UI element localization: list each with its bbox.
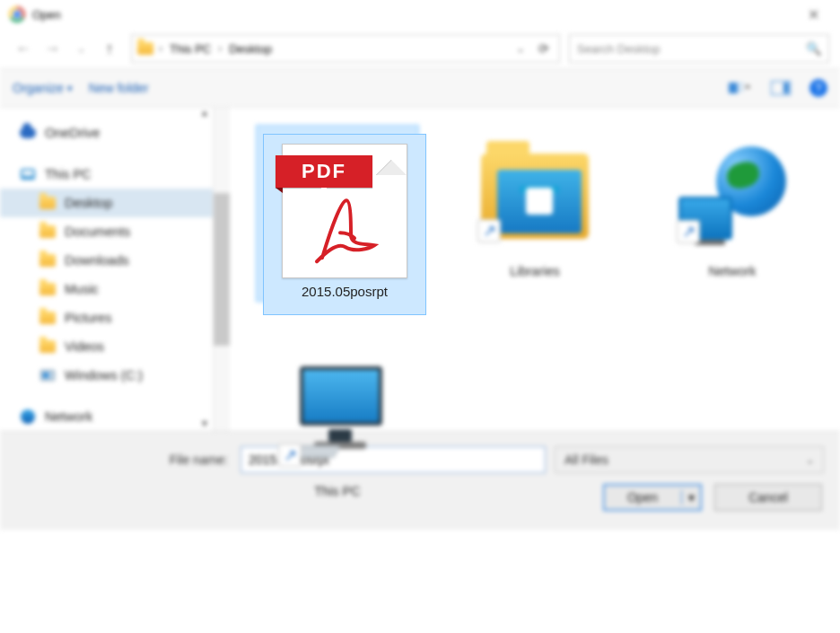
breadcrumb-folder-icon <box>137 40 153 57</box>
titlebar: Open ✕ <box>0 0 840 29</box>
folder-icon <box>39 310 56 326</box>
disk-icon <box>39 367 56 383</box>
folder-icon <box>39 195 56 211</box>
search-icon: 🔍 <box>806 41 821 56</box>
shortcut-arrow-icon: ↗ <box>477 219 501 242</box>
cancel-button[interactable]: Cancel <box>714 484 822 511</box>
thispc-large-icon: ↗ <box>284 353 391 479</box>
scrollbar-thumb[interactable] <box>214 193 230 346</box>
folder-icon <box>39 281 56 297</box>
search-input[interactable]: Search Desktop 🔍 <box>569 34 829 63</box>
svg-rect-4 <box>783 83 789 93</box>
organize-label: Organize <box>13 81 64 95</box>
folder-icon <box>39 252 56 268</box>
organize-menu[interactable]: Organize ▾ <box>13 81 73 95</box>
svg-rect-2 <box>739 88 743 92</box>
filetype-value: All Files <box>564 453 608 467</box>
scroll-up-icon[interactable]: ▲ <box>198 108 211 120</box>
help-icon[interactable]: ? <box>809 79 827 97</box>
sidebar-item-label: Network <box>45 409 92 424</box>
sidebar-item-label: Windows (C:) <box>65 368 143 382</box>
svg-rect-1 <box>739 83 743 86</box>
sidebar-splitter[interactable] <box>214 108 230 431</box>
preview-pane-icon[interactable] <box>768 79 793 97</box>
sidebar-item-label: Desktop <box>65 196 112 210</box>
sidebar-item-downloads[interactable]: Downloads <box>0 246 213 275</box>
sidebar-item-label: Documents <box>65 224 130 239</box>
file-label: 2015.05posrpt <box>302 284 388 299</box>
pc-icon <box>20 166 36 182</box>
nav-row: ← → ⌄ ↑ › This PC › Desktop ⌄ ⟳ Search D… <box>0 29 840 68</box>
refresh-icon[interactable]: ⟳ <box>534 41 554 56</box>
nav-forward-icon[interactable]: → <box>39 36 65 61</box>
file-label: Libraries <box>510 264 560 278</box>
toolbar: Organize ▾ New folder ? <box>0 68 840 108</box>
search-placeholder: Search Desktop <box>577 42 661 56</box>
chevron-down-icon: ▾ <box>67 83 73 94</box>
breadcrumb-item[interactable]: Desktop <box>227 42 274 56</box>
sidebar-item-label: This PC <box>45 167 92 181</box>
sidebar-item-pictures[interactable]: Pictures <box>0 303 213 332</box>
bottom-panel: File name: All Files ⌄ Open ▾ Cancel <box>0 431 840 530</box>
pdf-file-icon: PDF <box>282 144 407 278</box>
breadcrumb[interactable]: › This PC › Desktop ⌄ ⟳ <box>131 34 560 63</box>
file-tile-thispc[interactable]: ↗ This PC <box>257 346 418 521</box>
filetype-select[interactable]: All Files ⌄ <box>555 446 824 473</box>
sidebar-item-label: Videos <box>65 339 104 354</box>
sidebar-item-label: Downloads <box>65 253 129 268</box>
shortcut-arrow-icon: ↗ <box>278 444 302 467</box>
file-label: Network <box>708 264 756 278</box>
filename-label: File name: <box>16 453 232 467</box>
sidebar-item-label: Pictures <box>65 311 111 325</box>
new-folder-button[interactable]: New folder <box>89 81 149 95</box>
libraries-icon: ↗ <box>481 133 589 259</box>
open-button[interactable]: Open ▾ <box>603 484 702 511</box>
scroll-down-icon[interactable]: ▼ <box>198 418 211 431</box>
nav-up-icon[interactable]: ↑ <box>97 36 122 61</box>
sidebar: ▲ OneDrive This PC Desktop Documents Dow… <box>0 108 214 431</box>
chevron-right-icon: › <box>159 42 162 55</box>
folder-icon <box>39 224 56 240</box>
file-tile-pdf-focused[interactable]: PDF 2015.05posrpt <box>264 135 425 314</box>
onedrive-icon <box>20 125 36 141</box>
sidebar-item-thispc[interactable]: This PC <box>0 160 213 189</box>
window-title: Open <box>32 8 61 22</box>
close-icon[interactable]: ✕ <box>795 6 831 23</box>
network-large-icon: ↗ <box>678 133 786 259</box>
nav-recent-dropdown-icon[interactable]: ⌄ <box>68 36 93 61</box>
sidebar-item-windows-c[interactable]: Windows (C:) <box>0 361 213 390</box>
sidebar-item-documents[interactable]: Documents <box>0 217 213 246</box>
svg-rect-0 <box>729 83 738 93</box>
pdf-badge-icon: PDF <box>276 155 372 188</box>
nav-back-icon[interactable]: ← <box>11 36 36 61</box>
file-tile-network[interactable]: ↗ Network <box>652 126 813 301</box>
chevron-right-icon: › <box>218 42 222 55</box>
shortcut-arrow-icon: ↗ <box>677 220 700 243</box>
view-options-icon[interactable] <box>727 79 752 97</box>
breadcrumb-dropdown-icon[interactable]: ⌄ <box>512 42 529 55</box>
sidebar-item-onedrive[interactable]: OneDrive <box>0 119 213 147</box>
file-label: This PC <box>314 484 361 498</box>
network-icon <box>20 409 36 425</box>
open-button-label: Open <box>604 490 681 505</box>
sidebar-item-desktop[interactable]: Desktop <box>0 189 213 217</box>
sidebar-item-videos[interactable]: Videos <box>0 332 213 361</box>
breadcrumb-item[interactable]: This PC <box>168 42 213 56</box>
sidebar-item-label: OneDrive <box>45 126 100 140</box>
chrome-icon <box>9 6 25 22</box>
chevron-down-icon: ⌄ <box>806 454 814 466</box>
sidebar-item-music[interactable]: Music <box>0 275 213 303</box>
file-tile-libraries[interactable]: ↗ Libraries <box>454 126 616 301</box>
sidebar-item-network[interactable]: Network <box>0 402 213 431</box>
acrobat-logo-icon <box>306 195 383 265</box>
open-button-split-icon[interactable]: ▾ <box>681 490 701 505</box>
folder-icon <box>39 338 56 355</box>
sidebar-item-label: Music <box>65 282 99 296</box>
